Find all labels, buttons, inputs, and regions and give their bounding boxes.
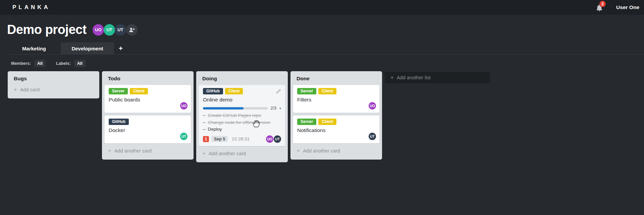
- card-member-avatar[interactable]: UT: [274, 135, 281, 143]
- add-card-label: Add another card: [209, 151, 246, 156]
- project-title[interactable]: Demo project: [7, 23, 87, 37]
- label-client[interactable]: Client: [225, 88, 243, 94]
- members-filter-value[interactable]: All: [34, 60, 46, 67]
- list-title[interactable]: Doing: [196, 71, 288, 85]
- labels-row: GitHub Client: [203, 88, 281, 94]
- edit-card-icon[interactable]: [276, 89, 281, 94]
- user-menu-button[interactable]: User One: [616, 4, 639, 10]
- list-title[interactable]: Bugs: [8, 71, 99, 85]
- members-filter-label: Members:: [11, 61, 31, 66]
- planka-app: PLANKA 2 User One Demo project UO UT UT: [0, 0, 644, 215]
- label-client[interactable]: Client: [318, 119, 336, 125]
- add-member-button[interactable]: [126, 24, 138, 36]
- add-card-button[interactable]: + Add another card: [102, 146, 194, 158]
- card-title[interactable]: Notifications: [297, 127, 375, 133]
- filter-bar: Members: All Labels: All: [0, 54, 644, 68]
- project-members: UO UT UT: [93, 24, 137, 36]
- card-title[interactable]: Docker: [109, 127, 187, 133]
- card-title[interactable]: Public boards: [109, 97, 187, 103]
- task-item[interactable]: –Deploy: [203, 126, 281, 133]
- cards-container: GitHub Client Online demo 2/3 ▾: [196, 85, 288, 146]
- card-title[interactable]: Filters: [297, 97, 375, 103]
- task-dash: –: [203, 120, 206, 125]
- task-item[interactable]: –Create GitHub Pages repo: [203, 112, 281, 119]
- progress-fill: [203, 107, 244, 110]
- board: Bugs + Add card Todo Server Client Publi…: [0, 68, 644, 162]
- labels-filter-value[interactable]: All: [74, 60, 86, 67]
- notifications-button[interactable]: 2: [596, 3, 605, 12]
- card-docker[interactable]: GitHub Docker UT: [105, 116, 191, 143]
- plus-icon: +: [297, 147, 300, 154]
- list-title[interactable]: Done: [290, 71, 382, 85]
- label-github[interactable]: GitHub: [203, 88, 223, 94]
- card-member-avatar[interactable]: UO: [180, 102, 187, 110]
- list-bugs: Bugs + Add card: [8, 71, 99, 98]
- plus-icon: +: [202, 150, 206, 157]
- tasks-progress: 2/3 ▾: [203, 106, 281, 111]
- card-filters[interactable]: Server Client Filters UO: [293, 85, 379, 113]
- top-bar: PLANKA 2 User One: [0, 0, 644, 15]
- card-footer: 1 Sep 5 22:26:31 UO UT: [203, 135, 281, 143]
- cards-container: Server Client Filters UO Server Client N…: [290, 85, 382, 143]
- card-title[interactable]: Online demo: [203, 97, 281, 103]
- add-board-button[interactable]: +: [114, 42, 127, 54]
- list-doing: Doing GitHub Client Online demo: [196, 71, 288, 162]
- label-client[interactable]: Client: [130, 88, 148, 94]
- notification-count-badge: 1: [203, 136, 209, 142]
- add-card-label: Add another card: [114, 148, 152, 154]
- list-todo: Todo Server Client Public boards UO GitH…: [102, 71, 194, 160]
- add-list-label: Add another list: [397, 75, 431, 80]
- member-avatar-uo[interactable]: UO: [93, 24, 104, 36]
- planka-logo[interactable]: PLANKA: [12, 4, 50, 11]
- add-list-button[interactable]: + Add another list: [385, 72, 490, 83]
- add-card-label: Add card: [20, 87, 40, 92]
- notification-count-badge: 2: [599, 1, 606, 7]
- list-title[interactable]: Todo: [102, 71, 194, 85]
- card-member-avatar[interactable]: UT: [180, 133, 187, 140]
- card-member-avatar[interactable]: UO: [266, 135, 273, 143]
- add-card-button[interactable]: + Add card: [8, 85, 99, 97]
- tabs-divider: [7, 54, 644, 54]
- labels-row: Server Client: [109, 88, 187, 94]
- project-header: Demo project UO UT UT: [0, 15, 644, 39]
- add-card-button[interactable]: + Add another card: [290, 146, 382, 158]
- plus-icon: +: [108, 147, 111, 154]
- member-avatar-ut2[interactable]: UT: [115, 24, 126, 36]
- member-avatar-ut1[interactable]: UT: [104, 24, 115, 36]
- timer-value[interactable]: 22:26:31: [232, 136, 250, 141]
- labels-row: Server Client: [297, 88, 375, 94]
- card-public-boards[interactable]: Server Client Public boards UO: [105, 85, 191, 113]
- add-member-icon: [129, 27, 135, 33]
- task-text: Create GitHub Pages repo: [208, 113, 261, 118]
- card-member-avatar[interactable]: UO: [369, 102, 376, 110]
- cards-container: Server Client Public boards UO GitHub Do…: [102, 85, 194, 143]
- task-item[interactable]: –Change code for offline version: [203, 119, 281, 126]
- label-server[interactable]: Server: [109, 88, 128, 94]
- task-dash: –: [203, 127, 206, 132]
- task-text: Change code for offline version: [208, 120, 271, 125]
- label-server[interactable]: Server: [297, 119, 316, 125]
- list-done: Done Server Client Filters UO Server Cli…: [290, 71, 382, 160]
- add-card-label: Add another card: [303, 148, 340, 154]
- progress-bar: [203, 107, 268, 110]
- labels-row: GitHub: [109, 119, 187, 125]
- card-notifications[interactable]: Server Client Notifications UT: [293, 116, 379, 143]
- task-dash: –: [203, 113, 206, 118]
- label-github[interactable]: GitHub: [109, 119, 129, 125]
- plus-icon: +: [390, 74, 394, 81]
- label-server[interactable]: Server: [297, 88, 316, 94]
- task-text: Deploy: [208, 127, 222, 132]
- label-client[interactable]: Client: [318, 88, 336, 94]
- tab-development[interactable]: Development: [61, 42, 114, 54]
- tab-marketing[interactable]: Marketing: [7, 42, 61, 54]
- card-member-avatar[interactable]: UT: [369, 133, 376, 140]
- add-card-button[interactable]: + Add another card: [196, 149, 288, 161]
- labels-filter-label: Labels:: [56, 61, 71, 66]
- chevron-down-icon[interactable]: ▾: [279, 106, 281, 110]
- topbar-right: 2 User One: [596, 3, 639, 12]
- due-date-badge[interactable]: Sep 5: [211, 136, 228, 142]
- plus-icon: +: [14, 86, 17, 93]
- card-online-demo[interactable]: GitHub Client Online demo 2/3 ▾: [199, 85, 285, 146]
- progress-count: 2/3: [271, 106, 276, 111]
- board-tabs: Marketing Development +: [0, 39, 644, 54]
